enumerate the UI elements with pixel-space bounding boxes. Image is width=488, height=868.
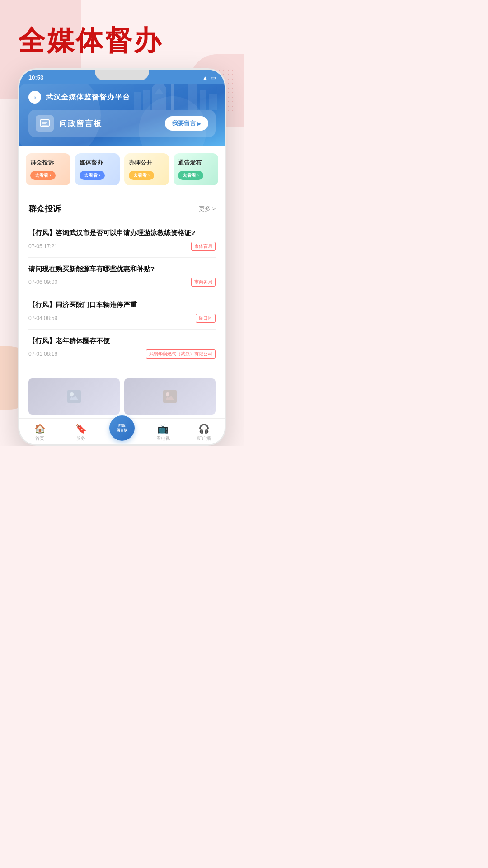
nav-item-home[interactable]: 🏠 首页 (19, 423, 61, 442)
category-btn-0[interactable]: 去看看 (30, 171, 56, 180)
category-title-1: 媒体督办 (80, 159, 115, 167)
news-meta-2: 07-04 08:59 硚口区 (28, 314, 216, 323)
home-icon: 🏠 (34, 423, 46, 434)
svg-rect-14 (42, 125, 48, 127)
category-grid: 群众投诉 去看看 媒体督办 去看看 办理公开 去看看 通告发布 去看看 (19, 146, 225, 193)
thumb-placeholder-1 (124, 378, 216, 415)
thumbnail-row (19, 372, 225, 418)
category-btn-2[interactable]: 去看看 (129, 171, 154, 180)
section-title: 群众投诉 (28, 203, 61, 214)
battery-icon: ▭ (211, 75, 216, 81)
news-tag-2: 硚口区 (196, 314, 216, 323)
thumb-card-1[interactable] (124, 378, 216, 415)
news-meta-3: 07-01 08:18 武钢华润燃气（武汉）有限公司 (28, 349, 216, 359)
section-more-btn[interactable]: 更多 > (199, 205, 216, 213)
category-title-3: 通告发布 (178, 159, 214, 167)
category-title-2: 办理公开 (129, 159, 164, 167)
news-time-2: 07-04 08:59 (28, 315, 57, 321)
nav-item-radio[interactable]: 🎧 听广播 (183, 423, 225, 442)
category-card-open[interactable]: 办理公开 去看看 (124, 153, 169, 185)
phone-mockup: 10:53 ▲ ▭ ♪ 武汉 (18, 68, 226, 446)
hero-title: 全媒体督办 (0, 0, 244, 68)
news-meta-0: 07-05 17:21 市体育局 (28, 242, 216, 251)
news-title-2: 【行风】同济医院门口车辆违停严重 (28, 300, 216, 310)
news-title-3: 【行风】老年群体圈存不便 (28, 336, 216, 346)
category-card-complaints[interactable]: 群众投诉 去看看 (26, 153, 70, 185)
news-item-0[interactable]: 【行风】咨询武汉市是否可以申请办理游泳教练资格证? 07-05 17:21 市体… (28, 222, 216, 258)
news-tag-0: 市体育局 (191, 242, 216, 251)
news-title-0: 【行风】咨询武汉市是否可以申请办理游泳教练资格证? (28, 228, 216, 238)
category-card-notice[interactable]: 通告发布 去看看 (174, 153, 218, 185)
phone-notch (95, 70, 149, 80)
category-btn-1[interactable]: 去看看 (80, 171, 105, 180)
news-section: 群众投诉 更多 > 【行风】咨询武汉市是否可以申请办理游泳教练资格证? 07-0… (19, 196, 225, 372)
category-title-0: 群众投诉 (30, 159, 66, 167)
news-item-2[interactable]: 【行风】同济医院门口车辆违停严重 07-04 08:59 硚口区 (28, 293, 216, 330)
status-time: 10:53 (28, 74, 43, 81)
wifi-icon: ▲ (202, 75, 208, 81)
news-item-3[interactable]: 【行风】老年群体圈存不便 07-01 08:18 武钢华润燃气（武汉）有限公司 (28, 330, 216, 365)
nav-label-home: 首页 (35, 435, 44, 442)
news-tag-1: 市商务局 (191, 278, 216, 287)
section-header: 群众投诉 更多 > (28, 203, 216, 214)
news-time-3: 07-01 08:18 (28, 351, 57, 357)
nav-label-tv: 看电视 (156, 435, 170, 442)
news-time-0: 07-05 17:21 (28, 243, 57, 250)
category-card-media[interactable]: 媒体督办 去看看 (75, 153, 120, 185)
svg-rect-18 (163, 390, 177, 403)
message-board-banner[interactable]: 问政留言板 我要留言 (28, 110, 216, 137)
nav-center-label: 问政留言板 (117, 424, 127, 432)
nav-item-service[interactable]: 🔖 服务 (61, 423, 102, 442)
phone-header: ♪ 武汉全媒体监督督办平台 问政留言板 我要留言 (19, 84, 225, 146)
thumb-placeholder-0 (28, 378, 120, 415)
headphone-icon: 🎧 (198, 423, 210, 434)
news-title-1: 请问现在购买新能源车有哪些优惠和补贴? (28, 264, 216, 274)
platform-title: 武汉全媒体监督督办平台 (46, 93, 130, 102)
thumb-card-0[interactable] (28, 378, 120, 415)
news-meta-1: 07-06 09:00 市商务局 (28, 278, 216, 287)
svg-point-19 (166, 392, 169, 396)
nav-center-circle: 问政留言板 (109, 415, 135, 441)
platform-logo: ♪ (28, 91, 41, 104)
svg-point-16 (70, 392, 74, 396)
category-btn-3[interactable]: 去看看 (178, 171, 203, 180)
status-icons: ▲ ▭ (202, 75, 216, 81)
logo-symbol: ♪ (33, 94, 37, 101)
nav-label-radio: 听广播 (197, 435, 211, 442)
bottom-nav: 🏠 首页 🔖 服务 问政留言板 📺 看电视 🎧 听广播 (19, 418, 225, 444)
message-board-icon (36, 115, 54, 132)
leave-message-button[interactable]: 我要留言 (165, 116, 208, 131)
news-time-1: 07-06 09:00 (28, 279, 57, 285)
bookmark-icon: 🔖 (75, 423, 87, 434)
nav-item-tv[interactable]: 📺 看电视 (142, 423, 183, 442)
news-tag-3: 武钢华润燃气（武汉）有限公司 (146, 349, 216, 359)
nav-label-service: 服务 (76, 435, 85, 442)
nav-item-center[interactable]: 问政留言板 (102, 425, 143, 441)
svg-rect-15 (67, 390, 81, 403)
svg-marker-4 (152, 84, 166, 87)
platform-row: ♪ 武汉全媒体监督督办平台 (28, 91, 216, 104)
news-item-1[interactable]: 请问现在购买新能源车有哪些优惠和补贴? 07-06 09:00 市商务局 (28, 258, 216, 294)
svg-rect-11 (40, 120, 49, 126)
message-board-label: 问政留言板 (59, 118, 165, 129)
tv-icon: 📺 (157, 423, 169, 434)
